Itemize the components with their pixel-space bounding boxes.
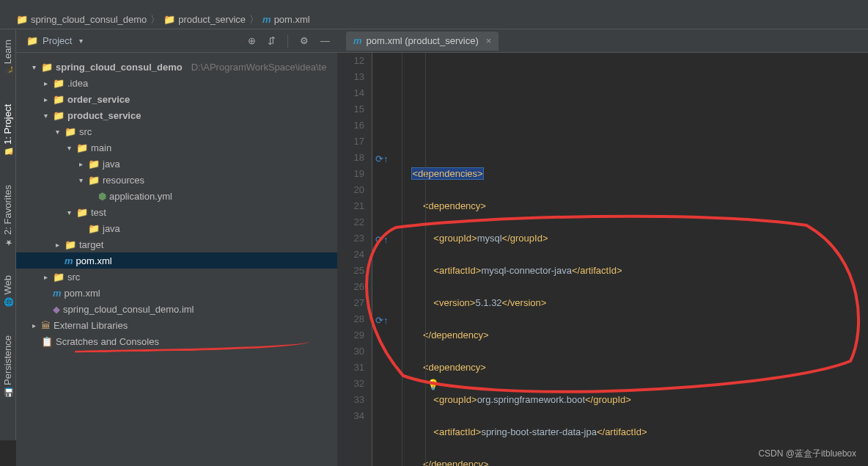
tree-test-java[interactable]: 📁 java [16,220,337,236]
code-line: </dependency> [372,327,868,343]
tree-root[interactable]: ▾📁 spring_cloud_consul_demoD:\AProgramWo… [16,59,337,75]
gear-icon[interactable]: ⚙ [300,35,309,46]
code-line: <artifactId>mysql-connector-java</artifa… [372,263,868,279]
gutter-run-icon[interactable]: ⟳↑ [375,313,389,329]
tree-pom-selected[interactable]: m pom.xml [16,252,337,269]
close-tab-icon[interactable]: × [486,35,492,46]
project-tree[interactable]: ▾📁 spring_cloud_consul_demoD:\AProgramWo… [16,53,337,466]
tool-tab-learn[interactable]: 🎓 Learn [1,32,15,84]
hide-icon[interactable]: — [320,35,330,46]
expand-all-icon[interactable]: ⇵ [268,35,276,46]
tree-src[interactable]: ▾📁 src [16,123,337,139]
editor-gutter: 1213141516171819202122232425262728293031… [337,53,372,466]
editor-tab-pom[interactable]: mpom.xml (product_service)× [346,32,499,51]
tree-test[interactable]: ▾📁 test [16,204,337,220]
crumb-root[interactable]: 📁 spring_cloud_consul_demo [16,14,147,25]
tree-pom2[interactable]: m pom.xml [16,285,337,301]
tree-src2[interactable]: ▸📁 src [16,269,337,285]
tool-tab-favorites[interactable]: ★ 2: Favorites [1,178,15,255]
crumb-file[interactable]: m pom.xml [262,14,310,25]
tool-tab-project[interactable]: 📁 1: Project [1,97,15,164]
tool-window-bar: 🎓 Learn 📁 1: Project ★ 2: Favorites 🌐 We… [0,29,16,440]
tree-main[interactable]: ▾📁 main [16,139,337,156]
tree-idea[interactable]: ▸📁 .idea [16,75,337,91]
tree-resources[interactable]: ▾📁 resources [16,172,337,188]
code-line: <dependency> [372,360,868,376]
project-view-selector[interactable]: 📁 Project ▾ [26,35,85,46]
project-panel-header: 📁 Project ▾ ⊕ ⇵ ⚙ — [16,29,337,53]
code-editor[interactable]: 1213141516171819202122232425262728293031… [337,53,868,466]
code-line: <artifactId>spring-boot-starter-data-jpa… [372,424,868,440]
intention-bulb-icon[interactable]: 💡 [427,376,439,393]
tree-application-yml[interactable]: ⬢ application.yml [16,188,337,204]
gutter-run-icon[interactable]: ⟳↑ [375,151,389,167]
code-area[interactable]: ⟳↑ ⟳↑ ⟳↑ 💡 <dependencies> <dependency> <… [372,53,868,466]
tree-product-service[interactable]: ▾📁 product_service [16,107,337,123]
select-opened-file-icon[interactable]: ⊕ [248,35,256,46]
tool-tab-web[interactable]: 🌐 Web [1,268,15,315]
chevron-right-icon: 〉 [249,13,259,26]
code-line: <groupId>org.springframework.boot</group… [372,392,868,408]
crumb-module[interactable]: 📁 product_service [163,14,246,25]
tree-java[interactable]: ▸📁 java [16,156,337,172]
code-line: <dependencies> [372,166,868,182]
tree-scratches[interactable]: 📋 Scratches and Consoles [16,333,337,349]
breadcrumb: 📁 spring_cloud_consul_demo 〉 📁 product_s… [0,10,868,29]
tool-tab-persistence[interactable]: 💾 Persistence [1,328,15,405]
watermark: CSDN @蓝盒子itbluebox [758,448,856,460]
editor-tabs: mpom.xml (product_service)× [337,29,868,53]
tree-order-service[interactable]: ▸📁 order_service [16,91,337,107]
code-line: <dependency> [372,198,868,214]
tree-target[interactable]: ▸📁 target [16,236,337,252]
code-line: <version>5.1.32</version> [372,295,868,311]
gutter-run-icon[interactable]: ⟳↑ [375,232,389,248]
code-line: <groupId>mysql</groupId> [372,230,868,247]
tree-ext-libraries[interactable]: ▸🏛 External Libraries [16,317,337,333]
tree-iml[interactable]: ◆ spring_cloud_consul_demo.iml [16,301,337,317]
chevron-right-icon: 〉 [150,13,160,26]
